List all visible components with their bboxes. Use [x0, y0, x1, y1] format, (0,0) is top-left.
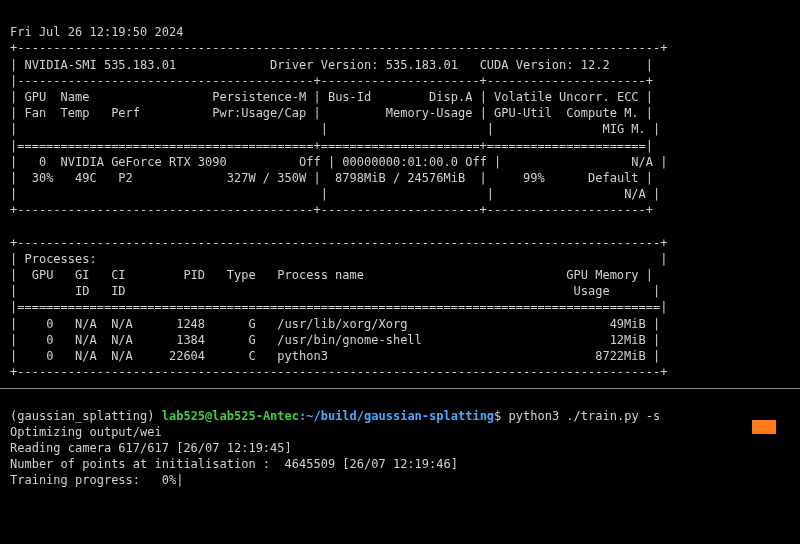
- border: |=======================================…: [10, 300, 667, 314]
- proc-cols: | ID ID Usage |: [10, 284, 660, 298]
- col-row: | GPU Name Persistence-M | Bus-Id Disp.A…: [10, 90, 653, 104]
- proc-row: | 0 N/A N/A 1384 G /usr/bin/gnome-shell …: [10, 333, 660, 347]
- stdout-line: Training progress: 0%|: [10, 473, 183, 487]
- terminal-output: Fri Jul 26 12:19:50 2024 +--------------…: [0, 0, 800, 388]
- proc-title: | Processes: |: [10, 252, 667, 266]
- proc-row: | 0 N/A N/A 22604 C python3 8722MiB |: [10, 349, 660, 363]
- cursor-block-icon: [752, 420, 776, 434]
- gpu-row: | 0 NVIDIA GeForce RTX 3090 Off | 000000…: [10, 155, 668, 169]
- stdout-line: Number of points at initialisation : 464…: [10, 457, 458, 471]
- gpu-row: | 30% 49C P2 327W / 350W | 8798MiB / 245…: [10, 171, 653, 185]
- proc-row: | 0 N/A N/A 1248 G /usr/lib/xorg/Xorg 49…: [10, 317, 660, 331]
- tmux-status-bar: [0, 420, 800, 436]
- smi-header: | NVIDIA-SMI 535.183.01 Driver Version: …: [10, 58, 653, 72]
- border: +---------------------------------------…: [10, 41, 667, 55]
- col-row: | | | MIG M. |: [10, 122, 660, 136]
- border: +---------------------------------------…: [10, 203, 653, 217]
- col-row: | Fan Temp Perf Pwr:Usage/Cap | Memory-U…: [10, 106, 653, 120]
- border: |=======================================…: [10, 139, 653, 153]
- border: |---------------------------------------…: [10, 74, 653, 88]
- gpu-row: | | | N/A |: [10, 187, 660, 201]
- stdout-line: Reading camera 617/617 [26/07 12:19:45]: [10, 441, 292, 455]
- border: +---------------------------------------…: [10, 365, 667, 379]
- border: +---------------------------------------…: [10, 236, 667, 250]
- proc-cols: | GPU GI CI PID Type Process name GPU Me…: [10, 268, 653, 282]
- date-line: Fri Jul 26 12:19:50 2024: [10, 25, 183, 39]
- blank-line: [10, 219, 667, 233]
- shell-pane[interactable]: (gaussian_splatting) lab525@lab525-Antec…: [0, 388, 800, 488]
